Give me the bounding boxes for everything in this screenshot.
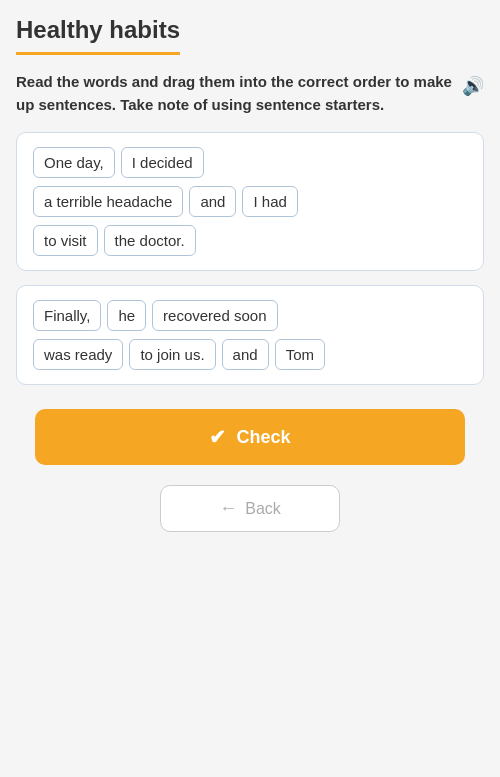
- word-chip[interactable]: to join us.: [129, 339, 215, 370]
- back-arrow-icon: ←: [219, 498, 237, 519]
- word-row: to visitthe doctor.: [33, 225, 467, 256]
- check-icon: ✔: [209, 425, 226, 449]
- sentence-boxes-container: One day,I decideda terrible headacheandI…: [16, 132, 484, 385]
- check-button[interactable]: ✔ Check: [35, 409, 465, 465]
- word-chip[interactable]: and: [189, 186, 236, 217]
- word-chip[interactable]: and: [222, 339, 269, 370]
- page-title: Healthy habits: [16, 16, 180, 55]
- back-label: Back: [245, 500, 281, 518]
- word-chip[interactable]: Finally,: [33, 300, 101, 331]
- word-chip[interactable]: Tom: [275, 339, 325, 370]
- word-chip[interactable]: recovered soon: [152, 300, 277, 331]
- word-chip[interactable]: to visit: [33, 225, 98, 256]
- check-label: Check: [236, 427, 290, 448]
- word-chip[interactable]: I had: [242, 186, 297, 217]
- sentence-box-1: One day,I decideda terrible headacheandI…: [16, 132, 484, 271]
- word-chip[interactable]: the doctor.: [104, 225, 196, 256]
- instructions-text: Read the words and drag them into the co…: [16, 71, 454, 116]
- word-row: Finally,herecovered soon: [33, 300, 467, 331]
- word-chip[interactable]: I decided: [121, 147, 204, 178]
- instructions-block: Read the words and drag them into the co…: [16, 71, 484, 116]
- sentence-box-2: Finally,herecovered soonwas readyto join…: [16, 285, 484, 385]
- word-row: a terrible headacheandI had: [33, 186, 467, 217]
- speaker-icon[interactable]: 🔊: [462, 73, 484, 100]
- word-row: One day,I decided: [33, 147, 467, 178]
- back-button[interactable]: ← Back: [160, 485, 340, 532]
- word-chip[interactable]: he: [107, 300, 146, 331]
- word-chip[interactable]: was ready: [33, 339, 123, 370]
- word-chip[interactable]: One day,: [33, 147, 115, 178]
- word-row: was readyto join us.andTom: [33, 339, 467, 370]
- word-chip[interactable]: a terrible headache: [33, 186, 183, 217]
